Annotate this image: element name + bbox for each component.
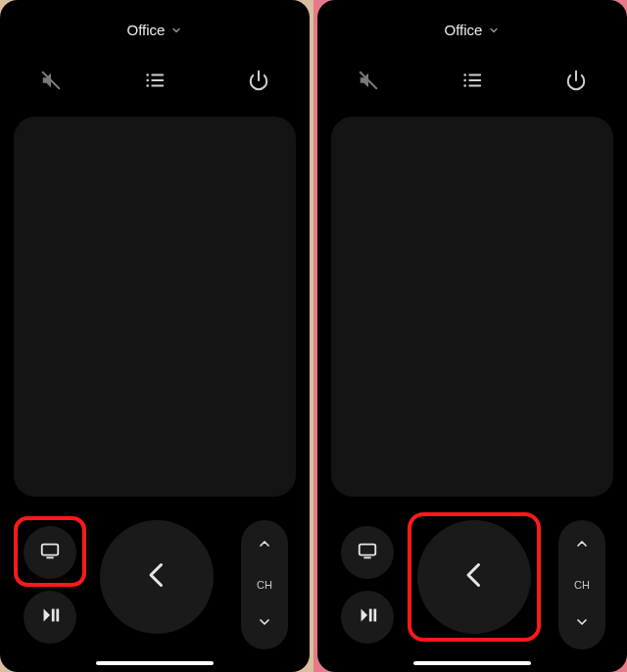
remote-screen-right: Office: [317, 0, 627, 672]
back-button[interactable]: [417, 520, 531, 634]
mute-button[interactable]: [347, 64, 390, 97]
power-icon: [248, 70, 269, 91]
home-indicator: [413, 661, 531, 665]
list-button[interactable]: [451, 64, 494, 97]
list-button[interactable]: [133, 64, 176, 97]
svg-point-3: [146, 79, 149, 82]
svg-rect-21: [360, 545, 376, 555]
channel-rocker[interactable]: CH: [558, 520, 605, 649]
tv-icon: [39, 540, 61, 565]
channel-rocker[interactable]: CH: [241, 520, 288, 649]
svg-point-14: [463, 73, 466, 76]
svg-marker-10: [44, 609, 50, 622]
room-name: Office: [445, 22, 483, 38]
bottom-controls: CH: [0, 497, 310, 672]
home-indicator: [96, 661, 214, 665]
play-pause-icon: [357, 604, 378, 630]
chevron-up-icon: [257, 536, 272, 555]
channel-label: CH: [574, 579, 590, 591]
tv-button[interactable]: [24, 526, 76, 579]
mute-icon: [358, 70, 379, 91]
svg-rect-8: [42, 545, 59, 555]
list-icon: [460, 70, 484, 91]
svg-rect-12: [56, 609, 59, 622]
power-icon: [565, 70, 587, 91]
svg-marker-23: [362, 609, 367, 622]
touchpad[interactable]: [14, 117, 296, 497]
chevron-down-icon: [257, 614, 272, 634]
toolbar: [0, 56, 310, 117]
room-selector[interactable]: Office: [0, 0, 310, 56]
power-button[interactable]: [237, 64, 280, 97]
tv-button[interactable]: [341, 526, 394, 579]
chevron-up-icon: [574, 536, 590, 555]
play-pause-icon: [39, 604, 61, 630]
svg-point-18: [463, 84, 466, 87]
touchpad[interactable]: [331, 117, 613, 497]
mute-button[interactable]: [29, 64, 72, 97]
list-icon: [143, 70, 167, 91]
bottom-controls: CH: [317, 497, 627, 672]
toolbar: [317, 56, 627, 117]
svg-rect-25: [373, 609, 376, 622]
svg-point-5: [146, 84, 149, 87]
channel-label: CH: [257, 579, 272, 591]
back-button[interactable]: [100, 520, 214, 634]
chevron-down-icon: [170, 24, 182, 36]
svg-rect-24: [369, 609, 372, 622]
remote-screen-left: Office: [0, 0, 310, 672]
chevron-left-icon: [139, 557, 174, 597]
power-button[interactable]: [555, 64, 598, 97]
play-pause-button[interactable]: [341, 591, 394, 644]
mute-icon: [40, 70, 62, 91]
svg-rect-11: [52, 609, 55, 622]
svg-point-16: [463, 79, 466, 82]
tv-icon: [357, 540, 378, 565]
chevron-down-icon: [488, 24, 500, 36]
chevron-down-icon: [574, 614, 590, 634]
room-selector[interactable]: Office: [317, 0, 627, 56]
svg-point-1: [146, 73, 149, 76]
play-pause-button[interactable]: [24, 591, 76, 644]
chevron-left-icon: [457, 557, 492, 597]
room-name: Office: [127, 22, 166, 38]
